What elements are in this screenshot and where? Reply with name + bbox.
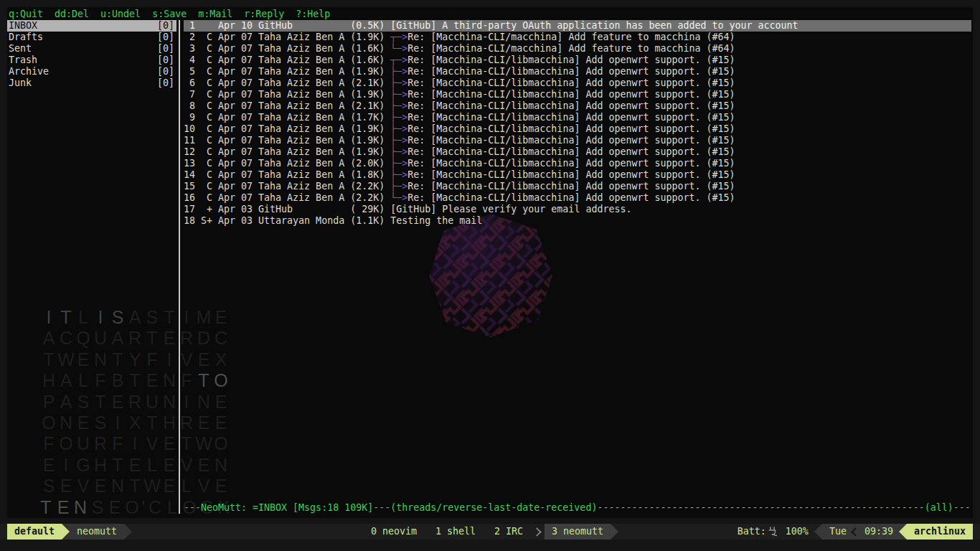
email-row[interactable]: 2 C Apr 07 Taha Aziz Ben A (1.9K) ┬─>Re:…: [184, 32, 971, 43]
mailbox-count: [0]: [157, 66, 174, 77]
email-subject: Re: [Macchina-CLI/libmacchina] Add openw…: [407, 55, 735, 65]
word-clock-letter: N: [195, 392, 212, 413]
word-clock-letter: N: [161, 392, 178, 413]
email-row[interactable]: 1 Apr 10 GitHub (0.5K) [GitHub] A third-…: [184, 20, 971, 32]
word-clock-letter: R: [178, 413, 195, 433]
thread-tree-arrow: ├─>: [390, 181, 407, 192]
email-subject: Re: [Macchina-CLI/macchina] Add feature …: [407, 43, 735, 54]
word-clock-letter: W: [57, 349, 75, 370]
email-row[interactable]: 11 C Apr 07 Taha Aziz Ben A (1.9K) ├─>Re…: [184, 135, 971, 146]
thread-tree-arrow: ├─>: [390, 146, 407, 157]
word-clock-letter: D: [195, 328, 212, 349]
email-row[interactable]: 18 S+ Apr 03 Uttarayan Monda (1.1K) Test…: [184, 215, 971, 227]
sidebar-item-archive[interactable]: Archive[0]: [7, 66, 176, 77]
thread-tree-arrow: └─>: [390, 43, 407, 54]
email-subject: Re: [Macchina-CLI/macchina] Add feature …: [407, 32, 735, 42]
sidebar-item-trash[interactable]: Trash[0]: [7, 55, 176, 66]
email-row[interactable]: 4 C Apr 07 Taha Aziz Ben A (1.6K) ┬─>Re:…: [184, 55, 971, 66]
email-subject: Re: [Macchina-CLI/libmacchina] Add openw…: [407, 89, 735, 100]
word-clock-letter: U: [92, 328, 109, 349]
window-item-neovim[interactable]: 0 neovim: [362, 524, 426, 540]
email-meta: 17 + Apr 03 GitHub ( 29K): [184, 204, 390, 215]
thread-tree-arrow: ├─>: [390, 100, 407, 111]
word-clock-letter: E: [212, 307, 230, 328]
sidebar-item-inbox[interactable]: INBOX[0]: [7, 20, 176, 32]
email-row[interactable]: 16 C Apr 07 Taha Aziz Ben A (2.2K) └─>Re…: [184, 192, 971, 204]
email-meta: 6 C Apr 07 Taha Aziz Ben A (2.1K): [184, 77, 390, 88]
email-meta: 16 C Apr 07 Taha Aziz Ben A (2.2K): [184, 192, 390, 203]
word-clock-letter: S: [92, 413, 109, 433]
email-subject: Re: [Macchina-CLI/libmacchina] Add openw…: [407, 181, 735, 192]
sidebar-item-sent[interactable]: Sent[0]: [7, 43, 176, 55]
battery-percent: 100%: [786, 524, 809, 540]
word-clock-letter: E: [57, 476, 75, 496]
email-row[interactable]: 14 C Apr 07 Taha Aziz Ben A (1.8K) ├─>Re…: [184, 169, 971, 181]
powerline-separator: [124, 524, 132, 540]
word-clock-letter: O: [40, 413, 57, 433]
hostname-chip: archlinux: [907, 524, 973, 540]
session-chip[interactable]: default: [7, 524, 62, 540]
email-meta: 13 C Apr 07 Taha Aziz Ben A (2.0K): [184, 158, 390, 169]
word-clock-letter: U: [143, 392, 161, 413]
word-clock-letter: I: [92, 307, 109, 328]
email-row[interactable]: 15 C Apr 07 Taha Aziz Ben A (2.2K) ├─>Re…: [184, 181, 971, 192]
window-item-IRC[interactable]: 2 IRC: [485, 524, 532, 540]
email-row[interactable]: 12 C Apr 07 Taha Aziz Ben A (1.9K) ├─>Re…: [184, 146, 971, 158]
terminal-window: ITLISASTIMEACQUARTERDCTWENTYFIVEXHALFBTE…: [7, 7, 973, 518]
word-clock-letter: F: [109, 433, 126, 454]
email-row[interactable]: 8 C Apr 07 Taha Aziz Ben A (2.1K) ├─>Re:…: [184, 100, 971, 112]
thread-tree-arrow: ├─>: [390, 66, 407, 77]
email-meta: 12 C Apr 07 Taha Aziz Ben A (1.9K): [184, 146, 390, 157]
email-meta: 9 C Apr 07 Taha Aziz Ben A (1.7K): [184, 112, 390, 123]
email-row[interactable]: 13 C Apr 07 Taha Aziz Ben A (2.0K) ├─>Re…: [184, 158, 971, 169]
word-clock-letter: C: [146, 497, 164, 518]
word-clock-letter: L: [75, 370, 92, 391]
word-clock-letter: F: [92, 370, 109, 391]
word-clock-letter: E: [195, 413, 212, 433]
desktop: ITLISASTIMEACQUARTERDCTWENTYFIVEXHALFBTE…: [0, 0, 980, 551]
word-clock-letter: N: [109, 476, 126, 496]
mailbox-count: [0]: [157, 32, 174, 43]
email-subject: Re: [Macchina-CLI/libmacchina] Add openw…: [407, 192, 735, 203]
word-clock-letter: I: [161, 349, 178, 370]
email-row[interactable]: 6 C Apr 07 Taha Aziz Ben A (2.1K) ├─>Re:…: [184, 77, 971, 89]
mode-chip[interactable]: neomutt: [70, 524, 124, 540]
mailbox-name: Drafts: [9, 32, 43, 43]
word-clock-letter: E: [106, 497, 123, 518]
word-clock-letter: I: [57, 455, 75, 476]
word-clock-letter: ': [141, 497, 146, 518]
word-clock-wallpaper: ITLISASTIMEACQUARTERDCTWENTYFIVEXHALFBTE…: [27, 307, 242, 518]
mailbox-count: [0]: [157, 55, 174, 66]
email-row[interactable]: 9 C Apr 07 Taha Aziz Ben A (1.7K) ├─>Re:…: [184, 112, 971, 123]
word-clock-row: EIGHTELEVEN: [27, 455, 242, 476]
word-clock-row: FOURFIVETWO: [27, 433, 242, 454]
word-clock-letter: X: [212, 349, 230, 370]
email-row[interactable]: 3 C Apr 07 Taha Aziz Ben A (1.6K) └─>Re:…: [184, 43, 971, 55]
sidebar-item-drafts[interactable]: Drafts[0]: [7, 32, 176, 43]
word-clock-letter: V: [178, 349, 195, 370]
status-bar: default neomutt 0 neovim1 shell2 IRC3 ne…: [0, 524, 980, 540]
word-clock-row: HALFBTENFTO: [27, 370, 242, 391]
time-label: 09:39: [864, 524, 899, 540]
word-clock-letter: E: [212, 476, 230, 496]
word-clock-letter: L: [178, 476, 195, 496]
maze-pattern: [429, 214, 552, 337]
powerline-separator: [814, 524, 822, 540]
word-clock-letter: V: [178, 455, 195, 476]
word-clock-row: TWENTYFIVEX: [27, 349, 242, 370]
word-clock-letter: Q: [75, 328, 92, 349]
email-row[interactable]: 5 C Apr 07 Taha Aziz Ben A (1.9K) ├─>Re:…: [184, 66, 971, 77]
email-row[interactable]: 7 C Apr 07 Taha Aziz Ben A (1.9K) ├─>Re:…: [184, 89, 971, 100]
word-clock-letter: T: [109, 349, 126, 370]
word-clock-letter: C: [57, 328, 75, 349]
email-meta: 14 C Apr 07 Taha Aziz Ben A (1.8K): [184, 169, 390, 180]
sidebar-item-junk[interactable]: Junk[0]: [7, 77, 176, 89]
mailbox-name: Sent: [9, 43, 32, 55]
email-row[interactable]: 10 C Apr 07 Taha Aziz Ben A (1.9K) ├─>Re…: [184, 123, 971, 135]
word-clock-letter: S: [75, 392, 92, 413]
email-row[interactable]: 17 + Apr 03 GitHub ( 29K) [GitHub] Pleas…: [184, 204, 971, 215]
email-subject: Re: [Macchina-CLI/libmacchina] Add openw…: [407, 66, 735, 77]
window-item-neomutt[interactable]: 3 neomutt: [545, 524, 611, 540]
window-item-shell[interactable]: 1 shell: [426, 524, 485, 540]
word-clock-row: ACQUARTERDC: [27, 328, 242, 349]
